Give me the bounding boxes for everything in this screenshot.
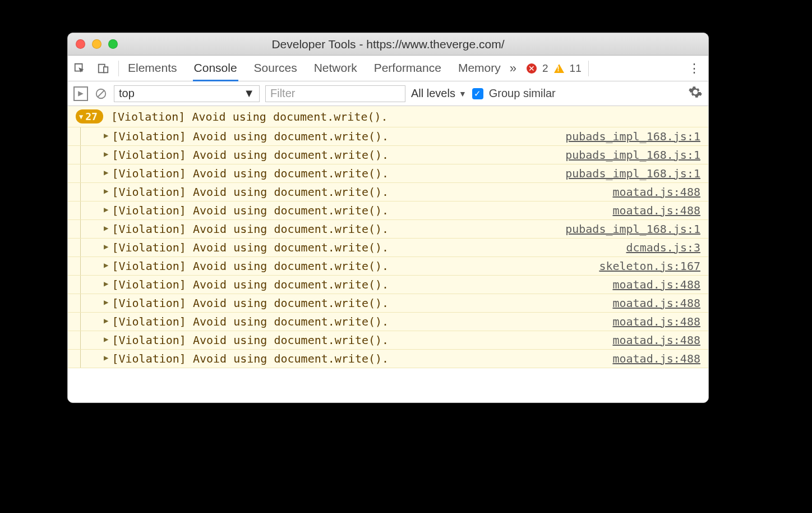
- log-source-link[interactable]: moatad.js:488: [612, 352, 700, 365]
- settings-icon[interactable]: [688, 85, 703, 102]
- log-message: [Violation] Avoid using document.write()…: [112, 278, 389, 291]
- chevron-right-icon: ▶: [104, 353, 108, 362]
- tab-console[interactable]: Console: [193, 56, 238, 81]
- svg-rect-1: [104, 67, 108, 72]
- console-output: ▼ 27 [Violation] Avoid using document.wr…: [68, 106, 708, 402]
- log-source-link[interactable]: moatad.js:488: [612, 204, 700, 217]
- log-message: [Violation] Avoid using document.write()…: [112, 259, 389, 273]
- error-count: 2: [542, 62, 548, 75]
- log-source-link[interactable]: pubads_impl_168.js:1: [565, 167, 700, 180]
- chevron-down-icon: ▼: [79, 113, 83, 121]
- chevron-right-icon: ▶: [104, 205, 108, 214]
- log-row[interactable]: ▶[Violation] Avoid using document.write(…: [68, 331, 708, 350]
- log-message: [Violation] Avoid using document.write()…: [112, 315, 389, 328]
- levels-select[interactable]: All levels ▼: [411, 87, 467, 100]
- show-console-drawer-icon[interactable]: [73, 86, 88, 101]
- log-message: [Violation] Avoid using document.write()…: [112, 167, 389, 180]
- chevron-right-icon: ▶: [104, 186, 108, 195]
- log-source-link[interactable]: pubads_impl_168.js:1: [565, 130, 700, 143]
- group-similar-label: Group similar: [489, 87, 556, 100]
- log-message: [Violation] Avoid using document.write()…: [112, 148, 389, 162]
- group-count: 27: [85, 111, 98, 122]
- log-row[interactable]: ▶[Violation] Avoid using document.write(…: [68, 257, 708, 276]
- levels-label: All levels: [411, 87, 455, 100]
- group-message: [Violation] Avoid using document.write()…: [111, 110, 388, 123]
- kebab-menu-icon[interactable]: ⋮: [688, 61, 700, 76]
- warning-count: 11: [570, 62, 582, 75]
- log-source-link[interactable]: skeleton.js:167: [599, 259, 700, 273]
- log-source-link[interactable]: dcmads.js:3: [626, 241, 700, 254]
- chevron-right-icon: ▶: [104, 260, 108, 269]
- log-row[interactable]: ▶[Violation] Avoid using document.write(…: [68, 146, 708, 164]
- log-row[interactable]: ▶[Violation] Avoid using document.write(…: [68, 183, 708, 201]
- devtools-window: Developer Tools - https://www.theverge.c…: [67, 33, 709, 403]
- context-select[interactable]: top ▼: [114, 85, 260, 102]
- error-icon: ✕: [527, 63, 537, 74]
- tab-separator: [588, 61, 589, 76]
- log-group-header[interactable]: ▼ 27 [Violation] Avoid using document.wr…: [68, 106, 708, 127]
- tab-network[interactable]: Network: [313, 56, 358, 81]
- log-source-link[interactable]: moatad.js:488: [612, 333, 700, 347]
- warning-icon: [554, 64, 564, 73]
- inspect-icon[interactable]: [68, 56, 91, 81]
- tab-separator: [118, 61, 119, 76]
- log-message: [Violation] Avoid using document.write()…: [112, 185, 389, 199]
- log-row[interactable]: ▶[Violation] Avoid using document.write(…: [68, 294, 708, 313]
- chevron-right-icon: ▶: [104, 297, 108, 306]
- chevron-right-icon: ▶: [104, 279, 108, 288]
- chevron-right-icon: ▶: [104, 335, 108, 343]
- log-row[interactable]: ▶[Violation] Avoid using document.write(…: [68, 164, 708, 183]
- log-message: [Violation] Avoid using document.write()…: [112, 130, 389, 143]
- svg-marker-2: [78, 91, 84, 97]
- tab-sources[interactable]: Sources: [253, 56, 298, 81]
- chevron-right-icon: ▶: [104, 242, 108, 251]
- chevron-down-icon: ▼: [459, 89, 467, 98]
- log-row[interactable]: ▶[Violation] Avoid using document.write(…: [68, 239, 708, 257]
- log-row[interactable]: ▶[Violation] Avoid using document.write(…: [68, 276, 708, 294]
- log-source-link[interactable]: moatad.js:488: [612, 315, 700, 328]
- group-similar-checkbox[interactable]: ✓: [472, 88, 483, 99]
- chevron-right-icon: ▶: [104, 223, 108, 232]
- log-message: [Violation] Avoid using document.write()…: [112, 333, 389, 347]
- group-count-badge: ▼ 27: [76, 109, 103, 123]
- log-message: [Violation] Avoid using document.write()…: [112, 296, 389, 310]
- more-tabs-icon[interactable]: »: [510, 61, 516, 76]
- log-message: [Violation] Avoid using document.write()…: [112, 222, 389, 236]
- log-source-link[interactable]: pubads_impl_168.js:1: [565, 222, 700, 236]
- chevron-down-icon: ▼: [243, 87, 255, 100]
- log-message: [Violation] Avoid using document.write()…: [112, 204, 389, 217]
- log-message: [Violation] Avoid using document.write()…: [112, 352, 389, 365]
- tab-elements[interactable]: Elements: [127, 56, 178, 81]
- context-value: top: [119, 87, 135, 100]
- device-icon[interactable]: [91, 56, 115, 81]
- tabbar: ElementsConsoleSourcesNetworkPerformance…: [68, 56, 708, 81]
- svg-line-4: [98, 90, 104, 97]
- log-source-link[interactable]: moatad.js:488: [612, 185, 700, 199]
- log-row[interactable]: ▶[Violation] Avoid using document.write(…: [68, 127, 708, 146]
- filter-input[interactable]: [265, 85, 405, 102]
- log-source-link[interactable]: moatad.js:488: [612, 296, 700, 310]
- log-source-link[interactable]: moatad.js:488: [612, 278, 700, 291]
- log-source-link[interactable]: pubads_impl_168.js:1: [565, 148, 700, 162]
- chevron-right-icon: ▶: [104, 131, 108, 140]
- message-badges[interactable]: ✕ 2 11: [527, 62, 585, 75]
- clear-console-icon[interactable]: [94, 86, 108, 101]
- log-row[interactable]: ▶[Violation] Avoid using document.write(…: [68, 313, 708, 331]
- tab-memory[interactable]: Memory: [457, 56, 502, 81]
- chevron-right-icon: ▶: [104, 168, 108, 177]
- window-title: Developer Tools - https://www.theverge.c…: [68, 38, 708, 51]
- console-controls: top ▼ All levels ▼ ✓ Group similar: [68, 81, 708, 106]
- log-row[interactable]: ▶[Violation] Avoid using document.write(…: [68, 220, 708, 239]
- titlebar: Developer Tools - https://www.theverge.c…: [68, 33, 708, 56]
- chevron-right-icon: ▶: [104, 316, 108, 325]
- log-row[interactable]: ▶[Violation] Avoid using document.write(…: [68, 350, 708, 368]
- log-message: [Violation] Avoid using document.write()…: [112, 241, 389, 254]
- tabs: ElementsConsoleSourcesNetworkPerformance…: [122, 56, 502, 81]
- tab-performance[interactable]: Performance: [373, 56, 442, 81]
- log-row[interactable]: ▶[Violation] Avoid using document.write(…: [68, 201, 708, 220]
- chevron-right-icon: ▶: [104, 149, 108, 158]
